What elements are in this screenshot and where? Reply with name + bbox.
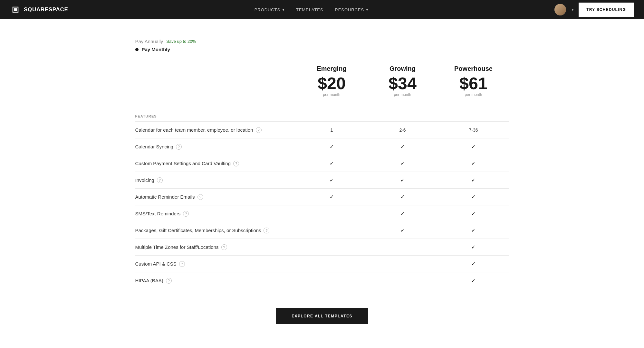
save-badge: Save up to 20% <box>166 39 196 44</box>
nav-center: PRODUCTS ▾ TEMPLATES RESOURCES ▾ <box>255 7 368 12</box>
feature-name-0: Calendar for each team member, employee,… <box>135 127 296 133</box>
checkmark-icon: ✓ <box>471 244 476 250</box>
help-icon[interactable]: ? <box>179 261 185 267</box>
feature-name-4: Automatic Reminder Emails? <box>135 194 296 200</box>
feature-name-8: Custom API & CSS? <box>135 261 296 267</box>
plan-growing-price: $34 <box>367 75 438 92</box>
billing-toggle: Pay Annually Save up to 20% Pay Monthly <box>135 39 509 52</box>
plan-emerging-name: Emerging <box>296 65 367 72</box>
plan-emerging-header: Emerging $20 per month <box>296 65 367 97</box>
radio-dot-icon <box>135 48 139 51</box>
squarespace-logo-icon <box>10 5 21 15</box>
avatar[interactable] <box>554 4 566 15</box>
checkmark-icon: ✓ <box>400 160 405 166</box>
pricing-table: Emerging $20 per month Growing $34 per m… <box>135 65 509 289</box>
feature-cell-emerging-4: ✓ <box>296 194 367 200</box>
help-icon[interactable]: ? <box>264 228 269 233</box>
avatar-chevron-icon[interactable]: ▾ <box>572 8 573 12</box>
feature-cell-emerging-0: 1 <box>296 127 367 133</box>
pricing-header: Emerging $20 per month Growing $34 per m… <box>135 65 509 102</box>
feature-cell-powerhouse-8: ✓ <box>438 261 509 267</box>
checkmark-icon: ✓ <box>471 194 476 200</box>
feature-cell-emerging-1: ✓ <box>296 144 367 150</box>
checkmark-icon: ✓ <box>330 177 334 183</box>
feature-cell-powerhouse-4: ✓ <box>438 194 509 200</box>
checkmark-icon: ✓ <box>400 227 405 233</box>
checkmark-icon: ✓ <box>400 194 405 200</box>
feature-name-5: SMS/Text Reminders? <box>135 211 296 217</box>
feature-name-6: Packages, Gift Certificates, Memberships… <box>135 228 296 233</box>
table-row: SMS/Text Reminders?✓✓ <box>135 205 509 222</box>
explore-section: EXPLORE ALL TEMPLATES <box>135 308 509 324</box>
plan-growing-per-month: per month <box>367 92 438 97</box>
feature-cell-growing-0: 2-6 <box>367 127 438 133</box>
help-icon[interactable]: ? <box>166 278 172 284</box>
help-icon[interactable]: ? <box>197 194 203 200</box>
feature-rows: Calendar for each team member, employee,… <box>135 121 509 289</box>
checkmark-icon: ✓ <box>330 144 334 150</box>
main-content: Pay Annually Save up to 20% Pay Monthly … <box>97 19 548 348</box>
help-icon[interactable]: ? <box>221 244 227 250</box>
features-placeholder <box>135 65 296 97</box>
help-icon[interactable]: ? <box>256 127 262 133</box>
plan-powerhouse-name: Powerhouse <box>438 65 509 72</box>
feature-name-2: Custom Payment Settings and Card Vaultin… <box>135 161 296 166</box>
nav-right: ▾ TRY SCHEDULING <box>554 3 634 17</box>
checkmark-icon: ✓ <box>330 160 334 166</box>
feature-cell-growing-2: ✓ <box>367 160 438 166</box>
help-icon[interactable]: ? <box>183 211 189 217</box>
checkmark-icon: ✓ <box>471 277 476 284</box>
features-label-text: FEATURES <box>135 114 157 118</box>
plan-emerging-price: $20 <box>296 75 367 92</box>
plan-growing-name: Growing <box>367 65 438 72</box>
checkmark-icon: ✓ <box>400 177 405 183</box>
checkmark-icon: ✓ <box>471 144 476 150</box>
feature-cell-powerhouse-0: 7-36 <box>438 127 509 133</box>
checkmark-icon: ✓ <box>471 177 476 183</box>
plan-powerhouse-header: Powerhouse $61 per month <box>438 65 509 97</box>
logo[interactable]: SQUARESPACE <box>10 5 68 15</box>
chevron-down-icon: ▾ <box>283 8 284 12</box>
help-icon[interactable]: ? <box>157 177 163 183</box>
checkmark-icon: ✓ <box>400 211 405 217</box>
avatar-image <box>554 4 566 15</box>
table-row: Automatic Reminder Emails?✓✓✓ <box>135 188 509 205</box>
checkmark-icon: ✓ <box>471 160 476 166</box>
table-row: Multiple Time Zones for Staff/Locations?… <box>135 239 509 255</box>
feature-cell-powerhouse-2: ✓ <box>438 160 509 166</box>
feature-cell-powerhouse-7: ✓ <box>438 244 509 250</box>
checkmark-icon: ✓ <box>471 227 476 233</box>
feature-name-1: Calendar Syncing? <box>135 144 296 150</box>
billing-monthly[interactable]: Pay Monthly <box>135 47 509 52</box>
checkmark-icon: ✓ <box>471 211 476 217</box>
nav-products[interactable]: PRODUCTS ▾ <box>255 7 284 12</box>
feature-cell-growing-3: ✓ <box>367 177 438 183</box>
feature-cell-emerging-3: ✓ <box>296 177 367 183</box>
feature-name-7: Multiple Time Zones for Staff/Locations? <box>135 244 296 250</box>
feature-cell-growing-6: ✓ <box>367 227 438 233</box>
try-scheduling-button[interactable]: TRY SCHEDULING <box>579 3 634 17</box>
feature-cell-powerhouse-9: ✓ <box>438 277 509 284</box>
feature-cell-emerging-2: ✓ <box>296 160 367 166</box>
nav-templates[interactable]: TEMPLATES <box>296 7 323 12</box>
plan-growing-header: Growing $34 per month <box>367 65 438 97</box>
table-row: Custom API & CSS?✓ <box>135 255 509 272</box>
plan-powerhouse-price: $61 <box>438 75 509 92</box>
feature-cell-powerhouse-1: ✓ <box>438 144 509 150</box>
logo-text: SQUARESPACE <box>24 6 68 13</box>
feature-name-9: HIPAA (BAA)? <box>135 278 296 284</box>
table-row: Calendar Syncing?✓✓✓ <box>135 138 509 155</box>
feature-name-3: Invoicing? <box>135 177 296 183</box>
nav-resources[interactable]: RESOURCES ▾ <box>335 7 368 12</box>
table-row: Custom Payment Settings and Card Vaultin… <box>135 155 509 172</box>
explore-templates-button[interactable]: EXPLORE ALL TEMPLATES <box>276 308 368 324</box>
feature-cell-growing-1: ✓ <box>367 144 438 150</box>
feature-cell-powerhouse-5: ✓ <box>438 211 509 217</box>
monthly-label: Pay Monthly <box>142 47 170 52</box>
help-icon[interactable]: ? <box>176 144 182 150</box>
feature-cell-growing-4: ✓ <box>367 194 438 200</box>
help-icon[interactable]: ? <box>233 161 239 166</box>
billing-annually[interactable]: Pay Annually Save up to 20% <box>135 39 509 44</box>
plan-emerging-per-month: per month <box>296 92 367 97</box>
feature-cell-powerhouse-6: ✓ <box>438 227 509 233</box>
